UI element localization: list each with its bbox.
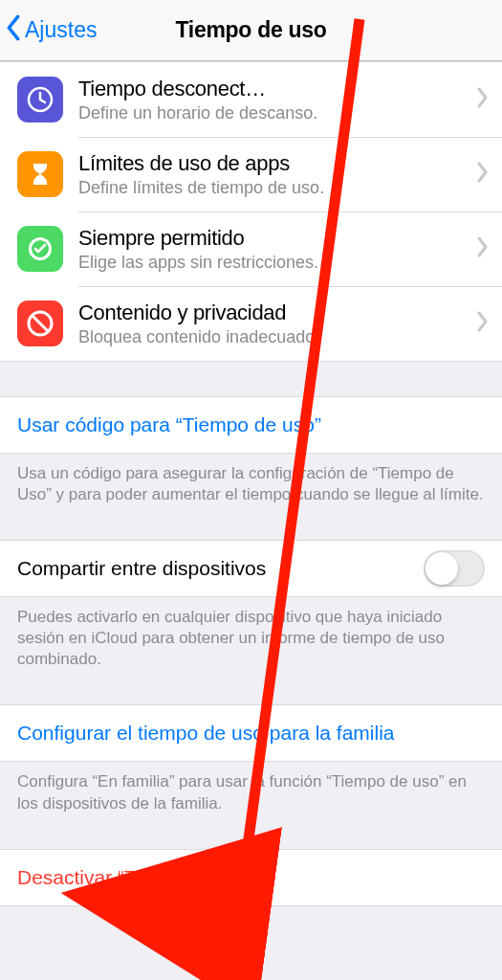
checkmark-seal-icon bbox=[17, 226, 63, 272]
option-always-allowed[interactable]: Siempre permitido Elige las apps sin res… bbox=[0, 212, 502, 286]
no-entry-icon bbox=[17, 301, 63, 346]
share-note: Puedes activarlo en cualquier dispositiv… bbox=[0, 597, 502, 679]
link-label: Desactivar “Tiempo de uso” bbox=[17, 866, 263, 889]
option-app-limits[interactable]: Límites de uso de apps Define límites de… bbox=[0, 137, 502, 212]
chevron-right-icon bbox=[477, 235, 489, 262]
svg-line-4 bbox=[33, 316, 48, 331]
page-title: Tiempo de uso bbox=[176, 17, 327, 43]
disable-screen-time-link[interactable]: Desactivar “Tiempo de uso” bbox=[0, 849, 502, 906]
back-button[interactable]: Ajustes bbox=[6, 14, 97, 47]
use-passcode-link[interactable]: Usar código para “Tiempo de uso” bbox=[0, 396, 502, 454]
option-title: Siempre permitido bbox=[78, 226, 477, 251]
option-downtime[interactable]: Tiempo desconect… Define un horario de d… bbox=[0, 62, 502, 137]
share-toggle[interactable] bbox=[424, 550, 485, 587]
setup-family-link[interactable]: Configurar el tiempo de uso para la fami… bbox=[0, 704, 502, 762]
screen-time-options: Tiempo desconect… Define un horario de d… bbox=[0, 61, 502, 362]
chevron-left-icon bbox=[6, 14, 21, 47]
hourglass-icon bbox=[17, 151, 63, 197]
option-subtitle: Define límites de tiempo de uso. bbox=[78, 178, 477, 198]
chevron-right-icon bbox=[477, 161, 489, 188]
option-subtitle: Elige las apps sin restricciones. bbox=[78, 253, 477, 273]
share-label: Compartir entre dispositivos bbox=[17, 557, 266, 580]
back-label: Ajustes bbox=[25, 17, 97, 43]
option-content-privacy[interactable]: Contenido y privacidad Bloquea contenido… bbox=[0, 286, 502, 361]
link-label: Configurar el tiempo de uso para la fami… bbox=[17, 722, 395, 745]
share-between-devices-row[interactable]: Compartir entre dispositivos bbox=[0, 540, 502, 597]
link-label: Usar código para “Tiempo de uso” bbox=[17, 413, 321, 436]
navigation-bar: Ajustes Tiempo de uso bbox=[0, 0, 502, 61]
option-subtitle: Bloquea contenido inadecuado. bbox=[78, 327, 477, 347]
option-title: Límites de uso de apps bbox=[78, 151, 477, 176]
option-title: Contenido y privacidad bbox=[78, 301, 477, 325]
passcode-note: Usa un código para asegurar la configura… bbox=[0, 454, 502, 515]
option-subtitle: Define un horario de descanso. bbox=[78, 103, 477, 123]
chevron-right-icon bbox=[477, 86, 489, 113]
option-title: Tiempo desconect… bbox=[78, 77, 477, 101]
chevron-right-icon bbox=[477, 310, 489, 337]
family-note: Configura “En familia” para usar la func… bbox=[0, 762, 502, 823]
clock-icon bbox=[17, 77, 63, 122]
